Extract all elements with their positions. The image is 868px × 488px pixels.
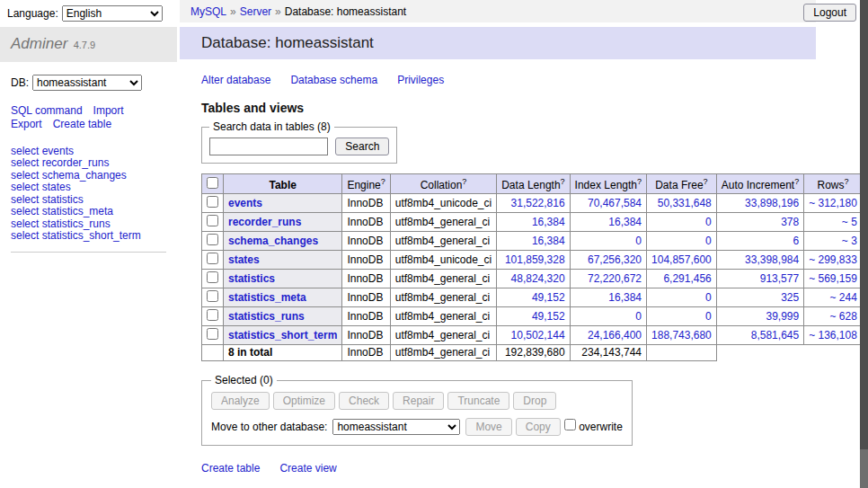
rows-count-link[interactable]: ~ 628 bbox=[830, 310, 857, 323]
table-name-link[interactable]: states bbox=[228, 253, 260, 266]
row-checkbox[interactable] bbox=[207, 290, 218, 302]
move-button[interactable]: Move bbox=[465, 418, 511, 436]
index-length-link[interactable]: 16,384 bbox=[608, 216, 642, 228]
data-free-link[interactable]: 50,331,648 bbox=[658, 197, 712, 209]
sidebar-command-link[interactable]: Import bbox=[93, 104, 124, 117]
column-header-table[interactable]: Table bbox=[224, 174, 342, 194]
search-input[interactable] bbox=[209, 138, 328, 155]
sidebar-table-link[interactable]: select schema_changes bbox=[11, 170, 166, 182]
selected-action-button[interactable]: Repair bbox=[393, 392, 444, 410]
table-name-link[interactable]: events bbox=[228, 197, 262, 209]
create-link[interactable]: Create table bbox=[201, 462, 260, 475]
row-checkbox[interactable] bbox=[207, 234, 218, 245]
auto-increment-link[interactable]: 378 bbox=[781, 216, 799, 228]
index-length-link[interactable]: 67,256,320 bbox=[588, 253, 642, 266]
rows-count-link[interactable]: ~ 299,833 bbox=[809, 253, 857, 266]
data-length-link[interactable]: 16,384 bbox=[532, 235, 565, 247]
breadcrumb-link-server[interactable]: Server bbox=[240, 5, 271, 18]
rows-count-link[interactable]: ~ 312,180 bbox=[809, 197, 857, 209]
table-name-link[interactable]: schema_changes bbox=[228, 235, 318, 247]
auto-increment-link[interactable]: 325 bbox=[781, 291, 799, 304]
selected-action-button[interactable]: Truncate bbox=[447, 392, 509, 410]
database-action-link[interactable]: Alter database bbox=[201, 74, 270, 86]
row-checkbox[interactable] bbox=[207, 309, 218, 321]
index-length-link[interactable]: 70,467,584 bbox=[588, 197, 642, 209]
auto-increment-link[interactable]: 6 bbox=[793, 235, 799, 247]
data-free-link[interactable]: 104,857,600 bbox=[651, 253, 712, 266]
move-database-select[interactable]: homeassistant bbox=[332, 419, 460, 435]
column-header-index-length[interactable]: Index Length? bbox=[570, 174, 646, 194]
column-header-data-free[interactable]: Data Free? bbox=[647, 174, 717, 194]
data-length-link[interactable]: 31,522,816 bbox=[511, 197, 565, 209]
index-length-link[interactable]: 72,220,672 bbox=[588, 272, 642, 285]
auto-increment-link[interactable]: 8,581,645 bbox=[751, 329, 799, 342]
data-length-link[interactable]: 49,152 bbox=[532, 310, 565, 323]
data-length-link[interactable]: 10,502,144 bbox=[511, 329, 565, 342]
breadcrumb-link-mysql[interactable]: MySQL bbox=[190, 5, 226, 18]
table-name-link[interactable]: statistics_meta bbox=[228, 291, 306, 304]
auto-increment-link[interactable]: 33,398,984 bbox=[745, 253, 799, 266]
data-length-link[interactable]: 48,824,320 bbox=[511, 272, 565, 285]
index-length-link[interactable]: 16,384 bbox=[608, 291, 642, 304]
rows-count-link[interactable]: ~ 569,159 bbox=[809, 272, 857, 285]
data-free-link[interactable]: 0 bbox=[705, 235, 712, 247]
column-header-collation[interactable]: Collation? bbox=[390, 174, 496, 194]
column-header-rows[interactable]: Rows? bbox=[804, 174, 863, 194]
vertical-scrollbar[interactable] bbox=[860, 0, 868, 488]
row-checkbox[interactable] bbox=[207, 196, 218, 208]
rows-count-link[interactable]: ~ 3 bbox=[842, 235, 857, 247]
selected-action-button[interactable]: Check bbox=[339, 392, 389, 410]
language-select[interactable]: English bbox=[62, 5, 163, 22]
table-name-link[interactable]: statistics_short_term bbox=[228, 329, 337, 342]
sidebar-command-link[interactable]: SQL command bbox=[11, 104, 83, 117]
row-checkbox[interactable] bbox=[207, 215, 218, 226]
selected-action-button[interactable]: Drop bbox=[513, 392, 556, 410]
row-checkbox[interactable] bbox=[207, 271, 218, 283]
data-length-link[interactable]: 101,859,328 bbox=[505, 253, 565, 266]
sidebar-table-link[interactable]: select statistics_runs bbox=[11, 218, 166, 230]
index-length-link[interactable]: 0 bbox=[635, 235, 642, 247]
sidebar-command-link[interactable]: Export bbox=[11, 118, 42, 130]
column-header-data-length[interactable]: Data Length? bbox=[497, 174, 570, 194]
sidebar-table-link[interactable]: select events bbox=[11, 146, 166, 157]
data-free-link[interactable]: 188,743,680 bbox=[651, 329, 712, 342]
table-name-link[interactable]: statistics bbox=[228, 272, 275, 285]
auto-increment-link[interactable]: 39,999 bbox=[766, 310, 799, 323]
index-length-link[interactable]: 24,166,400 bbox=[588, 329, 642, 342]
row-checkbox[interactable] bbox=[207, 328, 218, 340]
data-free-link[interactable]: 6,291,456 bbox=[663, 272, 711, 285]
db-select[interactable]: homeassistant bbox=[32, 75, 142, 91]
select-all-checkbox[interactable] bbox=[207, 177, 218, 189]
data-length-link[interactable]: 16,384 bbox=[532, 216, 565, 228]
database-action-link[interactable]: Privileges bbox=[397, 74, 444, 86]
create-link[interactable]: Create view bbox=[279, 462, 336, 475]
rows-count-link[interactable]: ~ 5 bbox=[842, 216, 857, 228]
sidebar-table-link[interactable]: select statistics_meta bbox=[11, 206, 166, 217]
selected-action-button[interactable]: Analyze bbox=[211, 392, 270, 410]
data-free-link[interactable]: 0 bbox=[705, 291, 712, 304]
table-name-link[interactable]: statistics_runs bbox=[228, 310, 305, 323]
sidebar-table-link[interactable]: select statistics bbox=[11, 194, 166, 206]
copy-button[interactable]: Copy bbox=[516, 418, 561, 436]
selected-action-button[interactable]: Optimize bbox=[273, 392, 335, 410]
data-free-link[interactable]: 0 bbox=[705, 310, 712, 323]
search-button[interactable]: Search bbox=[335, 138, 389, 155]
sidebar-table-link[interactable]: select statistics_short_term bbox=[11, 230, 166, 242]
data-free-link[interactable]: 0 bbox=[705, 216, 712, 228]
index-length-link[interactable]: 0 bbox=[635, 310, 642, 323]
auto-increment-link[interactable]: 913,577 bbox=[760, 272, 799, 285]
rows-count-link[interactable]: ~ 244 bbox=[830, 291, 857, 304]
overwrite-checkbox[interactable] bbox=[564, 419, 576, 430]
sidebar-table-link[interactable]: select recorder_runs bbox=[11, 157, 166, 169]
column-header-auto-increment[interactable]: Auto Increment? bbox=[716, 174, 803, 194]
database-action-link[interactable]: Database schema bbox=[290, 74, 377, 86]
sidebar-table-link[interactable]: select states bbox=[11, 182, 166, 193]
scrollbar-thumb[interactable] bbox=[860, 0, 868, 449]
auto-increment-link[interactable]: 33,898,196 bbox=[745, 197, 799, 209]
sidebar-command-link[interactable]: Create table bbox=[53, 118, 111, 130]
column-header-engine[interactable]: Engine? bbox=[342, 174, 390, 194]
data-length-link[interactable]: 49,152 bbox=[532, 291, 565, 304]
row-checkbox[interactable] bbox=[207, 253, 218, 264]
rows-count-link[interactable]: ~ 136,108 bbox=[809, 329, 857, 342]
table-name-link[interactable]: recorder_runs bbox=[228, 216, 301, 228]
